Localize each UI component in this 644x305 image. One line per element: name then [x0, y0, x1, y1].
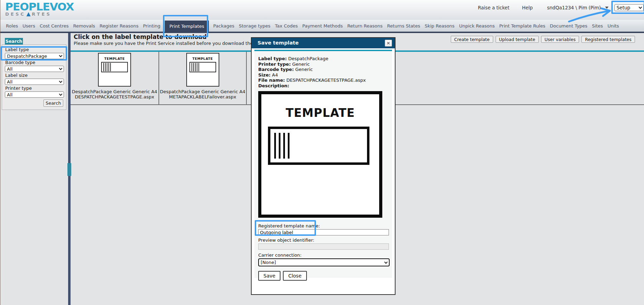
save-template-dialog: Save template × Label type: DespatchPack… — [251, 37, 396, 295]
app-window: PEOPLEVOX DESC RTES Raise a ticket Help … — [0, 0, 644, 305]
logo-descartes-left: DESC — [5, 12, 26, 17]
search-panel: Label type DespatchPackage Barcode type … — [2, 45, 66, 110]
chevron-down-icon — [59, 93, 63, 96]
save-button[interactable]: Save — [258, 271, 280, 281]
barcode-type-select-value: All — [7, 66, 13, 72]
nav-item-payment-methods[interactable]: Payment Methods — [302, 23, 343, 29]
label-size-label: Label size — [5, 73, 64, 78]
nav-item-storage-types[interactable]: Storage types — [239, 23, 270, 29]
setup-select[interactable]: Setup — [614, 4, 644, 11]
info-barcode-type: Barcode type: Generic — [258, 67, 388, 72]
caret-down-icon — [605, 7, 609, 9]
info-value: A4 — [272, 72, 278, 78]
info-description: Description: — [258, 83, 388, 89]
close-icon[interactable]: × — [385, 40, 392, 47]
logo-primary-text: PEOPLEVOX — [5, 1, 74, 12]
info-label: File name: — [258, 78, 285, 83]
nav-item-returns-states[interactable]: Returns States — [387, 23, 420, 29]
close-button[interactable]: Close — [283, 271, 307, 281]
nav-item-sites[interactable]: Sites — [592, 23, 603, 29]
thumbnail-template-text: TEMPLATE — [187, 57, 219, 61]
chevron-down-icon — [384, 260, 388, 264]
label-type-select[interactable]: DespatchPackage — [5, 53, 64, 59]
info-label: Barcode type: — [258, 67, 294, 72]
registered-template-name-input[interactable] — [258, 229, 389, 235]
info-label: Label type: — [258, 56, 287, 61]
help-link[interactable]: Help — [522, 5, 533, 10]
printer-type-label: Printer type — [5, 86, 64, 91]
chevron-down-icon — [59, 67, 63, 70]
nav-item-print-template-rules[interactable]: Print Template Rules — [499, 23, 545, 29]
label-size-select-value: All — [7, 79, 13, 85]
nav-item-document-types[interactable]: Document Types — [550, 23, 587, 29]
preview-object-identifier-label: Preview object identifier: — [258, 238, 388, 243]
carrier-connection-value: [None] — [261, 260, 276, 265]
info-value: Generic — [295, 67, 313, 72]
search-button[interactable]: Search — [43, 99, 63, 107]
chevron-down-icon — [59, 54, 63, 57]
template-card[interactable]: TEMPLATE DespatchPackage Generic Generic… — [71, 52, 159, 104]
barcode-graphic — [268, 127, 369, 165]
template-thumbnail: TEMPLATE — [98, 53, 131, 87]
template-toolbar: Create template Upload template User var… — [451, 36, 635, 43]
splitter-collapse-handle[interactable] — [67, 163, 71, 176]
user-variables-button[interactable]: User variables — [541, 36, 579, 43]
info-file-name: File name: DESPATCHPACKAGETESTPAGE.aspx — [258, 78, 388, 83]
info-value: Generic — [292, 62, 310, 67]
create-template-button[interactable]: Create template — [451, 36, 493, 43]
carrier-connection-label: Carrier connection: — [258, 252, 388, 258]
info-printer-type: Printer type: Generic — [258, 62, 388, 67]
descartes-triangle-icon — [26, 12, 31, 16]
chevron-down-icon — [639, 6, 642, 9]
upload-template-button[interactable]: Upload template — [496, 36, 539, 43]
label-type-select-value: DespatchPackage — [7, 54, 47, 59]
nav-item-tax-codes[interactable]: Tax Codes — [275, 23, 298, 29]
nav-item-removals[interactable]: Removals — [73, 23, 95, 29]
nav-item-roles[interactable]: Roles — [6, 23, 18, 29]
label-size-select[interactable]: All — [5, 79, 64, 85]
info-label: Printer type: — [258, 62, 291, 67]
template-caption: DespatchPackage Generic Generic A4 METAP… — [159, 89, 246, 99]
nav-item-packages[interactable]: Packages — [213, 23, 235, 29]
nav-item-cost-centres[interactable]: Cost Centres — [40, 23, 68, 29]
user-name: sndQa1234 \ Pim (Pim) — [547, 5, 601, 10]
registered-template-name-label: Registered template name: — [258, 223, 388, 228]
template-caption-line2: DESPATCHPACKAGETESTPAGE.aspx — [71, 94, 158, 99]
user-menu[interactable]: sndQa1234 \ Pim (Pim) — [547, 5, 609, 10]
print-service-notice: Please make sure you have the Print Serv… — [74, 41, 273, 46]
header: PEOPLEVOX DESC RTES Raise a ticket Help … — [0, 0, 644, 20]
nav-item-users[interactable]: Users — [23, 23, 35, 29]
search-panel-tab: Search — [5, 38, 23, 45]
nav-item-register-reasons[interactable]: Register Reasons — [100, 23, 139, 29]
barcode-graphic — [101, 62, 128, 72]
nav-item-printing[interactable]: Printing — [143, 23, 160, 29]
chevron-down-icon — [59, 80, 63, 83]
preview-object-identifier-input[interactable] — [258, 243, 389, 250]
template-card[interactable]: TEMPLATE DespatchPackage Generic Generic… — [159, 52, 247, 104]
template-caption: DespatchPackage Generic Generic A4 DESPA… — [71, 89, 158, 99]
dialog-body: Label type: DespatchPackage Printer type… — [254, 50, 392, 278]
template-info: Label type: DespatchPackage Printer type… — [258, 56, 388, 88]
registered-templates-button[interactable]: Registered templates — [581, 36, 635, 43]
page-title: Click on the label template to download — [74, 33, 207, 40]
info-label: Size: — [258, 72, 270, 78]
template-thumbnail: TEMPLATE — [186, 53, 219, 87]
carrier-connection-select[interactable]: [None] — [258, 258, 390, 266]
info-label: Description: — [258, 83, 289, 88]
barcode-type-select[interactable]: All — [5, 66, 64, 72]
nav-item-skip-reasons[interactable]: Skip Reasons — [425, 23, 455, 29]
barcode-graphic — [189, 62, 216, 72]
info-label-type: Label type: DespatchPackage — [258, 56, 388, 62]
info-value: DespatchPackage — [288, 56, 328, 61]
printer-type-select[interactable]: All — [5, 91, 64, 98]
dialog-buttons: Save Close — [258, 271, 388, 281]
nav-item-unpick-reasons[interactable]: Unpick Reasons — [459, 23, 495, 29]
printer-type-select-value: All — [7, 92, 13, 97]
raise-ticket-link[interactable]: Raise a ticket — [478, 5, 510, 10]
preview-template-text: TEMPLATE — [261, 106, 379, 120]
info-size: Size: A4 — [258, 72, 388, 78]
nav-item-units[interactable]: Units — [608, 23, 619, 29]
nav-item-return-reasons[interactable]: Return Reasons — [347, 23, 382, 29]
main-nav: Roles Users Cost Centres Removals Regist… — [0, 20, 644, 33]
nav-item-print-templates[interactable]: Print Templates — [165, 21, 209, 32]
